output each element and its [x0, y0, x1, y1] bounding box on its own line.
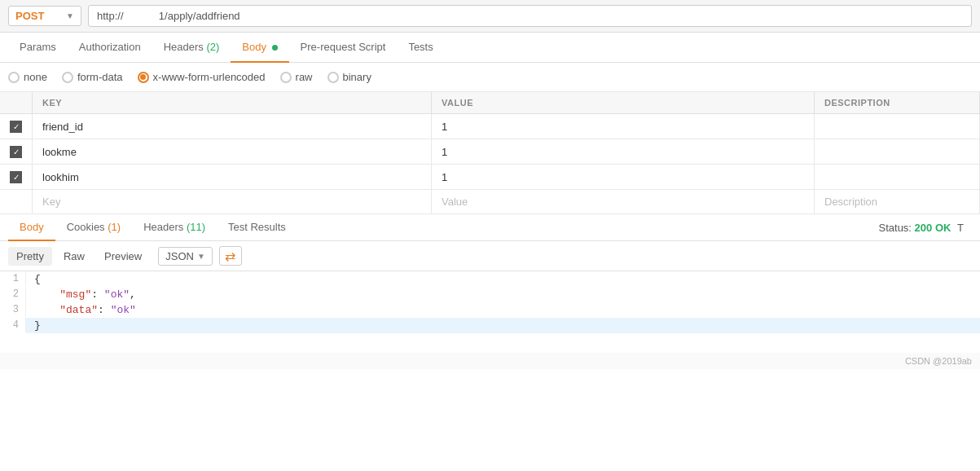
format-dropdown-value: JSON [165, 250, 194, 262]
row-key-0[interactable]: friend_id [33, 114, 432, 139]
radio-binary[interactable]: binary [327, 71, 371, 83]
radio-circle-form-data [62, 72, 73, 83]
url-bar: POST ▼ [0, 0, 980, 33]
placeholder-key[interactable]: Key [33, 190, 432, 214]
radio-circle-x-www [138, 72, 149, 83]
radio-label-raw: raw [296, 71, 313, 83]
code-area: 1 { 2 "msg": "ok", 3 "data": "ok" 4 } [0, 271, 980, 353]
radio-x-www[interactable]: x-www-form-urlencoded [138, 71, 266, 83]
col-key: KEY [33, 92, 432, 114]
wrap-button[interactable]: ⇄ [219, 246, 242, 266]
table-row: lookme 1 [0, 139, 980, 165]
line-num-3: 3 [0, 302, 26, 317]
line-content-2: "msg": "ok", [26, 287, 980, 302]
line-content-4: } [26, 318, 980, 333]
url-input[interactable] [88, 5, 972, 27]
resp-tab-cookies[interactable]: Cookies (1) [55, 214, 132, 241]
request-table: KEY VALUE DESCRIPTION friend_id 1 lookme… [0, 92, 980, 214]
status-bar: Status: 200 OK T [879, 222, 972, 234]
status-value: 200 OK [915, 222, 951, 234]
body-dot [272, 45, 278, 51]
code-line-1: 1 { [0, 271, 980, 287]
placeholder-checkbox [0, 190, 33, 214]
format-dropdown[interactable]: JSON ▼ [158, 247, 213, 266]
format-dropdown-arrow: ▼ [197, 252, 205, 261]
request-tabs-row: Params Authorization Headers (2) Body Pr… [0, 33, 980, 63]
tab-pre-request[interactable]: Pre-request Script [289, 33, 398, 63]
status-label: Status: [879, 222, 912, 234]
cookies-badge: (1) [108, 221, 121, 233]
method-arrow: ▼ [66, 11, 74, 20]
radio-label-binary: binary [343, 71, 371, 83]
table-row: friend_id 1 [0, 114, 980, 139]
row-desc-2[interactable] [815, 165, 980, 190]
radio-form-data[interactable]: form-data [62, 71, 123, 83]
table-row: lookhim 1 [0, 165, 980, 190]
placeholder-value[interactable]: Value [432, 190, 815, 214]
resp-tab-headers[interactable]: Headers (11) [132, 214, 217, 241]
col-value: VALUE [432, 92, 815, 114]
row-key-2[interactable]: lookhim [33, 165, 432, 190]
watermark: CSDN @2019ab [0, 353, 980, 369]
placeholder-desc[interactable]: Description [815, 190, 980, 214]
tab-params[interactable]: Params [8, 33, 68, 63]
row-checkbox-2[interactable] [0, 165, 33, 190]
resp-tab-body[interactable]: Body [8, 214, 55, 241]
line-num-1: 1 [0, 271, 26, 286]
radio-label-x-www: x-www-form-urlencoded [153, 71, 266, 83]
radio-circle-none [8, 72, 20, 83]
format-bar: Pretty Raw Preview JSON ▼ ⇄ [0, 241, 980, 271]
radio-label-none: none [24, 71, 47, 83]
status-suffix: T [957, 222, 964, 234]
col-checkbox [0, 92, 33, 114]
line-num-4: 4 [0, 318, 26, 332]
code-line-2: 2 "msg": "ok", [0, 287, 980, 302]
radio-none[interactable]: none [8, 71, 47, 83]
method-select[interactable]: POST ▼ [8, 6, 81, 26]
code-line-4: 4 } [0, 318, 980, 333]
radio-circle-binary [327, 72, 339, 83]
body-type-row: none form-data x-www-form-urlencoded raw… [0, 63, 980, 92]
tab-authorization[interactable]: Authorization [68, 33, 152, 63]
resp-tab-test-results[interactable]: Test Results [217, 214, 297, 241]
tab-tests[interactable]: Tests [397, 33, 444, 63]
fmt-raw[interactable]: Raw [55, 247, 93, 266]
table-placeholder-row: Key Value Description [0, 190, 980, 214]
fmt-pretty[interactable]: Pretty [8, 247, 52, 266]
row-checkbox-0[interactable] [0, 114, 33, 139]
line-num-2: 2 [0, 287, 26, 302]
radio-raw[interactable]: raw [280, 71, 313, 83]
tab-headers[interactable]: Headers (2) [152, 33, 231, 63]
radio-label-form-data: form-data [77, 71, 123, 83]
line-content-3: "data": "ok" [26, 302, 980, 318]
row-key-1[interactable]: lookme [33, 139, 432, 165]
row-checkbox-1[interactable] [0, 139, 33, 165]
response-tabs-row: Body Cookies (1) Headers (11) Test Resul… [0, 214, 980, 241]
radio-circle-raw [280, 72, 292, 83]
resp-headers-badge: (11) [187, 221, 205, 233]
code-line-3: 3 "data": "ok" [0, 302, 980, 318]
headers-badge: (2) [206, 41, 219, 53]
row-desc-0[interactable] [815, 114, 980, 139]
line-content-1: { [26, 271, 980, 287]
row-value-2[interactable]: 1 [432, 165, 815, 190]
row-value-1[interactable]: 1 [432, 139, 815, 165]
fmt-preview[interactable]: Preview [96, 247, 150, 266]
row-desc-1[interactable] [815, 139, 980, 165]
col-description: DESCRIPTION [815, 92, 980, 114]
tab-body[interactable]: Body [231, 33, 288, 63]
row-value-0[interactable]: 1 [432, 114, 815, 139]
method-label: POST [15, 10, 44, 22]
